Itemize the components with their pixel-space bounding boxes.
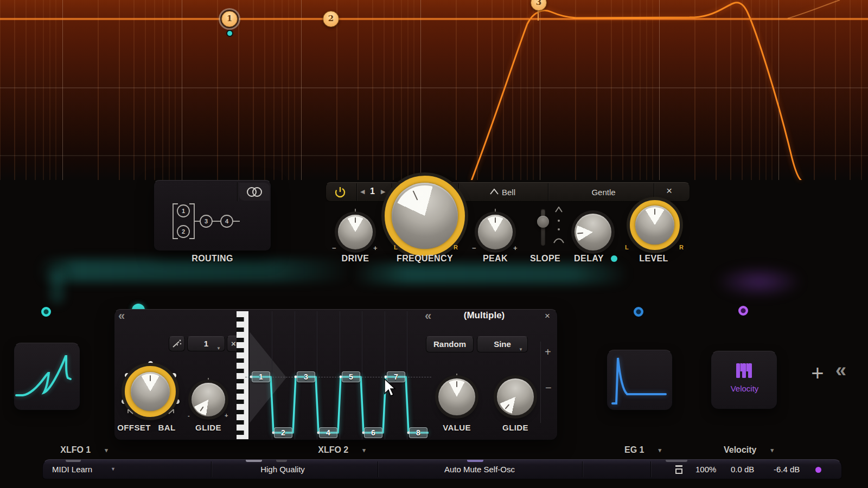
offset-slope-mark (126, 408, 135, 415)
xlfo1-tile[interactable] (14, 343, 80, 410)
step-chip[interactable]: 6 (364, 427, 382, 438)
prev-band-arrow[interactable]: ◀ (360, 188, 365, 195)
status-bar: MIDI Learn ▼ High Quality Auto Mute Self… (42, 459, 842, 479)
velocity-tile[interactable]: Velocity (711, 351, 777, 409)
xlfo1-name: XLFO 1 (60, 445, 91, 455)
add-source-button[interactable]: + (807, 361, 828, 385)
svg-text:3: 3 (205, 218, 208, 224)
auto-mute-self-osc-toggle[interactable]: Auto Mute Self-Osc (398, 465, 561, 474)
value-knob[interactable] (438, 378, 475, 415)
filter-marker-1[interactable]: 1 (221, 11, 238, 27)
xlfo2-glide2-knob[interactable] (497, 378, 534, 415)
velocity-source-dot[interactable] (737, 305, 749, 317)
xlfo2-wand-button[interactable] (169, 336, 185, 351)
slope-slider-handle[interactable] (537, 216, 549, 228)
xlfo2-close-button[interactable]: × (545, 311, 550, 322)
filter-power-button[interactable] (334, 186, 346, 198)
slope-gentle-icon (553, 236, 564, 243)
step-chip[interactable]: 8 (409, 427, 427, 438)
step-chip[interactable]: 5 (342, 371, 360, 382)
eg1-name-dropdown[interactable]: EG 1 ▾ (608, 445, 678, 455)
chevron-down-icon: ▼ (216, 342, 221, 356)
slot-value: 1 (204, 339, 208, 348)
velocity-name-dropdown[interactable]: Velocity ▾ (713, 445, 784, 455)
filter-marker-2[interactable]: 2 (323, 11, 339, 27)
xlfo1-source-dot[interactable] (40, 306, 52, 318)
stereo-link-button[interactable] (239, 183, 270, 201)
offset-dot (148, 361, 153, 366)
velocity-piano-icon (736, 363, 752, 378)
peak-plus: + (513, 244, 518, 252)
output-gain-mod-dot[interactable] (815, 467, 821, 473)
level-r: R (679, 244, 684, 251)
xlfo2-slot-dropdown[interactable]: 1 ▼ (187, 336, 225, 351)
chevron-down-icon[interactable]: ▼ (111, 466, 116, 472)
chevron-down-icon: ▾ (105, 447, 108, 454)
slope-dot (558, 220, 560, 222)
high-quality-toggle[interactable]: High Quality (228, 465, 337, 474)
routing-diagram[interactable]: 1 2 3 4 (163, 201, 250, 242)
random-button[interactable]: Random (426, 336, 474, 352)
step-wave[interactable] (245, 311, 434, 440)
peak-tick (495, 209, 496, 213)
offset-label: OFFSET (112, 423, 156, 432)
peak-minus: − (472, 244, 476, 252)
filter-header-divider (548, 183, 548, 201)
tab-mark (276, 460, 287, 462)
waveform-dropdown[interactable]: Sine ▼ (477, 336, 528, 352)
eg1-tile[interactable] (607, 350, 673, 410)
zoom-level[interactable]: 100% (695, 465, 716, 474)
statusbar-divider (211, 461, 212, 477)
drive-plus: + (373, 244, 378, 252)
frequency-label: FREQUENCY (381, 254, 468, 264)
midi-learn-button[interactable]: MIDI Learn (52, 465, 92, 474)
delay-mod-dot[interactable] (611, 255, 617, 262)
xlfo2-name: XLFO 2 (318, 445, 348, 455)
svg-text:1: 1 (182, 208, 185, 214)
step-chip[interactable]: 4 (319, 427, 337, 438)
mouse-cursor (384, 378, 398, 399)
glide2-label: GLIDE (491, 423, 540, 432)
step-chip[interactable]: 1 (252, 371, 270, 382)
sources-collapse-chevrons[interactable]: « (835, 359, 846, 382)
eg1-source-dot[interactable] (633, 306, 644, 318)
drive-label: DRIVE (323, 254, 388, 264)
statusbar-divider (378, 461, 378, 477)
xlfo2-glide-knob[interactable] (192, 383, 225, 416)
remove-step-button[interactable]: − (545, 382, 552, 394)
filter-close-button[interactable]: × (666, 185, 672, 197)
glide-label: GLIDE (184, 423, 233, 432)
xlfo2-collapse-chevrons[interactable]: « (118, 309, 125, 323)
output-gain-readout[interactable]: -6.4 dB (774, 465, 800, 474)
level-knob[interactable] (630, 200, 680, 250)
step-chip[interactable]: 2 (274, 427, 292, 438)
delay-knob[interactable] (575, 214, 611, 251)
band-index: 1 (370, 187, 375, 196)
chevron-down-icon: ▼ (519, 342, 523, 357)
value-tick (456, 374, 457, 377)
filter-slope-select[interactable]: Gentle (564, 188, 643, 197)
svg-text:2: 2 (182, 228, 185, 235)
slope-steep-icon (554, 207, 563, 213)
step-chip[interactable]: 3 (297, 371, 315, 382)
xlfo2-right-divider (540, 342, 541, 423)
next-band-arrow[interactable]: ▶ (381, 188, 385, 195)
chevron-down-icon: ▾ (362, 447, 366, 454)
xlfo1-name-dropdown[interactable]: XLFO 1 ▾ (22, 445, 146, 455)
filter-response-display[interactable]: 1 2 3 (0, 0, 868, 180)
add-step-button[interactable]: + (545, 346, 551, 358)
eg1-name: EG 1 (624, 445, 644, 455)
peak-knob[interactable] (478, 215, 513, 249)
xlfo2-name-dropdown[interactable]: XLFO 2 ▾ (307, 445, 377, 455)
tab-mark (246, 460, 262, 462)
drive-knob[interactable] (338, 215, 373, 249)
chevron-down-icon: ▾ (658, 447, 661, 454)
filter-shape-select[interactable]: Bell (502, 188, 515, 197)
output-options-icon[interactable] (675, 465, 682, 474)
tab-mark (467, 460, 483, 462)
tab-mark (66, 460, 81, 462)
marker-1-mod-dot[interactable] (226, 30, 233, 37)
frequency-r: R (454, 244, 458, 251)
input-gain-readout[interactable]: 0.0 dB (731, 465, 754, 474)
teal-mod-glow-drip (50, 270, 64, 304)
